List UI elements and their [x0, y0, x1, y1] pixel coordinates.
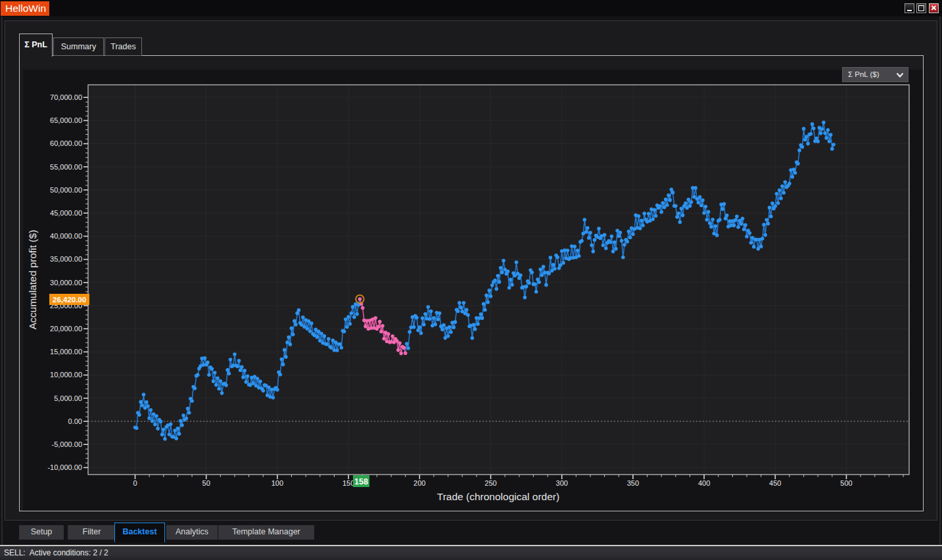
svg-text:100: 100: [271, 479, 283, 487]
svg-text:Accumulated profit ($): Accumulated profit ($): [27, 230, 38, 330]
svg-text:250: 250: [484, 479, 496, 487]
svg-text:350: 350: [627, 479, 639, 487]
svg-text:65,000.00: 65,000.00: [50, 116, 82, 124]
svg-text:45,000.00: 45,000.00: [50, 209, 82, 217]
svg-text:10,000.00: 10,000.00: [50, 371, 82, 379]
svg-text:0.00: 0.00: [68, 417, 82, 425]
svg-text:50: 50: [202, 479, 210, 487]
svg-text:55,000.00: 55,000.00: [50, 163, 82, 171]
svg-text:-10,000.00: -10,000.00: [47, 463, 82, 471]
svg-text:26,420.00: 26,420.00: [53, 296, 86, 304]
svg-text:158: 158: [354, 477, 368, 486]
svg-text:50,000.00: 50,000.00: [50, 186, 82, 194]
svg-text:400: 400: [698, 479, 710, 487]
svg-text:40,000.00: 40,000.00: [50, 232, 82, 240]
svg-text:450: 450: [769, 479, 781, 487]
svg-text:30,000.00: 30,000.00: [50, 279, 82, 287]
svg-text:60,000.00: 60,000.00: [50, 139, 82, 147]
svg-text:35,000.00: 35,000.00: [50, 255, 82, 263]
svg-text:300: 300: [556, 479, 568, 487]
svg-text:200: 200: [413, 479, 425, 487]
svg-text:Trade (chronological order): Trade (chronological order): [437, 491, 559, 502]
svg-text:5,000.00: 5,000.00: [54, 394, 82, 402]
svg-text:70,000.00: 70,000.00: [50, 93, 82, 101]
svg-text:-5,000.00: -5,000.00: [52, 440, 82, 448]
svg-text:15,000.00: 15,000.00: [50, 348, 82, 356]
svg-text:150: 150: [342, 479, 354, 487]
svg-text:20,000.00: 20,000.00: [50, 325, 82, 333]
svg-text:500: 500: [840, 479, 852, 487]
svg-text:0: 0: [133, 479, 137, 487]
